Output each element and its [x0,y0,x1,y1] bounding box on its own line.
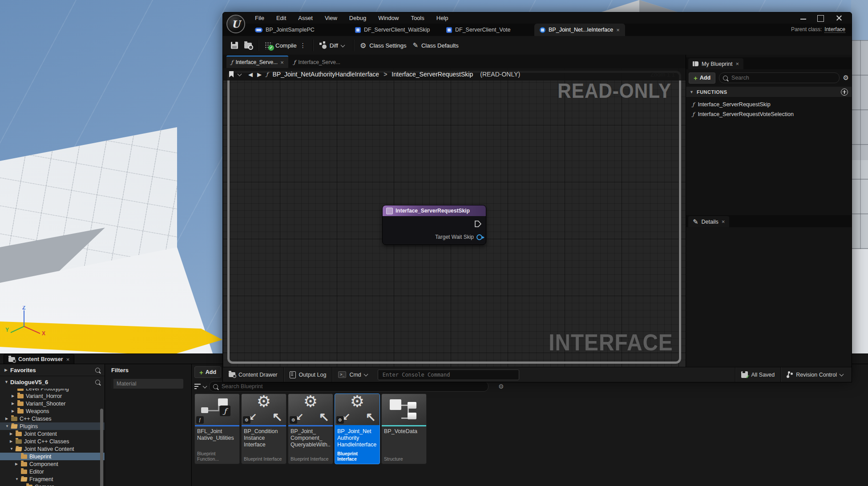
compile-options-icon[interactable]: ⋮ [300,42,307,49]
chevron-down-icon[interactable] [238,72,242,76]
tree-item[interactable]: ▼ Fragment [0,475,105,483]
add-member-button[interactable]: + Add [689,72,715,84]
asset-tab[interactable]: BP_JointSamplePC [250,24,320,36]
close-icon[interactable]: × [722,219,725,225]
filter-chip-material[interactable]: Material [111,379,183,389]
tree-item[interactable]: ▼ Joint Native Content [0,445,105,453]
tree-item-selected[interactable]: ▶ Blueprint [0,453,105,460]
blueprint-graph-canvas[interactable]: ◀ ▶ ƒ BP_Joint_NetAuthorityHandleInterfa… [223,68,686,367]
tree-item[interactable]: ▶ Camera [0,483,105,486]
object-pin-icon[interactable] [476,234,482,240]
favorites-row[interactable]: ▶ Favorites [0,364,105,376]
root-folder-row[interactable]: ▼ DialogueV5_6 [0,376,105,388]
console-command-input[interactable] [382,371,515,378]
expand-arrow-icon[interactable]: ▶ [5,417,11,421]
diff-button[interactable]: Diff [319,42,347,49]
tree-item[interactable]: ▶ Editor [0,468,105,475]
class-defaults-button[interactable]: ✎ Class Defaults [412,41,458,49]
expand-arrow-icon[interactable]: ▶ [10,432,16,436]
details-tab[interactable]: ✎ Details × [688,216,729,227]
class-settings-button[interactable]: ⚙ Class Settings [360,41,406,50]
all-saved-indicator[interactable]: ✓ All Saved [735,367,780,382]
expand-arrow-icon[interactable]: ▶ [10,439,16,443]
maximize-button[interactable] [817,15,824,22]
menu-help[interactable]: Help [436,15,448,21]
close-icon[interactable]: × [735,61,739,67]
expand-arrow-icon[interactable]: ▶ [15,462,21,466]
output-log-button[interactable]: Output Log [284,367,332,382]
menu-window[interactable]: Window [378,15,399,21]
collapse-arrow-icon[interactable]: ▼ [5,424,11,428]
menu-file[interactable]: File [255,15,264,21]
back-arrow-icon[interactable]: ◀ [248,71,253,78]
menu-debug[interactable]: Debug [349,15,366,21]
tree-item[interactable]: ▶ C++ Classes [0,415,105,422]
function-list-item[interactable]: ƒ Interface_ServerRequestVoteSelection [692,110,794,119]
revision-control-button[interactable]: Revision Control [781,367,852,382]
tree-item[interactable]: ▶ Variant_Shooter [0,400,105,407]
minimize-button[interactable] [800,15,806,20]
expand-arrow-icon[interactable]: ▶ [12,394,17,398]
expand-arrow-icon[interactable]: ▶ [4,368,10,372]
tree-item[interactable]: ▶ Level Prototyping [0,389,105,392]
menu-edit[interactable]: Edit [276,15,286,21]
exec-output-pin[interactable] [475,221,481,227]
compile-button[interactable]: ✓ Compile ⋮ [265,42,307,49]
filter-list-icon[interactable] [194,384,202,389]
functions-section-header[interactable]: ▼ FUNCTIONS [686,87,852,97]
console-command-field[interactable] [378,370,519,380]
collapse-arrow-icon[interactable]: ▼ [15,477,21,481]
asset-tab[interactable]: DF_ServerClient_WaitSkip [350,24,435,36]
view-settings-icon[interactable]: ⚙ [498,383,504,390]
tree-scrollbar[interactable] [100,409,103,486]
content-drawer-button[interactable]: Content Drawer [223,367,283,382]
menu-asset[interactable]: Asset [298,15,313,21]
chevron-down-icon[interactable] [203,384,207,388]
expand-arrow-icon[interactable]: ▶ [12,402,17,406]
tree-item[interactable]: ▶ Weapons [0,407,105,415]
tree-item[interactable]: ▶ Component [0,460,105,468]
graph-tab[interactable]: ƒ Interface_Serve... [289,56,345,68]
tree-item[interactable]: ▼ Plugins [0,422,105,430]
cmd-selector[interactable]: >_ Cmd [332,367,375,382]
save-icon[interactable] [231,42,238,49]
asset-tile[interactable]: ⚙ ↙ ↖ ⚙ BP_Condition Instance Interface … [241,394,287,464]
asset-tile[interactable]: ƒ ƒ BFL_Joint Native_Utilities Blueprint… [194,394,240,464]
my-blueprint-search-field[interactable] [719,72,839,83]
close-icon[interactable]: × [616,27,620,33]
search-icon[interactable] [95,368,100,373]
node-header[interactable]: Interface_ServerRequestSkip [383,205,486,216]
my-blueprint-tab[interactable]: My Blueprint × [688,58,743,69]
menu-view[interactable]: View [325,15,337,21]
my-blueprint-search-input[interactable] [731,74,835,81]
collapse-arrow-icon[interactable]: ▼ [4,380,10,384]
browse-asset-icon[interactable] [244,43,252,48]
add-asset-button[interactable]: + Add [194,366,221,378]
asset-tile-selected[interactable]: ⚙ ↙ ↖ ⚙ BP_Joint_Net Authority HandleInt… [335,394,380,464]
asset-tile[interactable]: BP_VoteData Structure [381,394,427,464]
content-browser-tab[interactable]: Content Browser × [4,354,74,364]
panel-settings-gear-icon[interactable]: ⚙ [843,74,849,82]
tree-item[interactable]: ▶ Joint C++ Classes [0,438,105,445]
collapse-arrow-icon[interactable]: ▼ [10,447,16,451]
tree-item[interactable]: ▶ Variant_Horror [0,392,105,400]
add-function-icon[interactable] [841,88,848,96]
asset-search-field[interactable] [209,381,489,392]
close-window-button[interactable] [836,15,842,21]
function-node[interactable]: Interface_ServerRequestSkip Target Wait … [382,205,486,245]
breadcrumb-root[interactable]: BP_Joint_NetAuthorityHandleInterface [272,71,379,78]
function-list-item[interactable]: ƒ Interface_ServerRequestSkip [692,100,771,109]
asset-tab-active[interactable]: BP_Joint_Net...leInterface × [534,24,625,36]
tree-item[interactable]: ▶ Joint Content [0,430,105,438]
close-icon[interactable]: × [280,60,284,65]
collapse-arrow-icon[interactable]: ▼ [690,90,694,94]
parent-class-link[interactable]: Interface [824,26,845,33]
asset-tab[interactable]: DF_ServerClient_Vote [441,24,516,36]
menu-tools[interactable]: Tools [411,15,424,21]
search-icon[interactable] [95,380,100,385]
asset-search-input[interactable] [221,383,484,390]
forward-arrow-icon[interactable]: ▶ [257,71,262,78]
expand-arrow-icon[interactable]: ▶ [12,409,17,413]
bookmark-icon[interactable] [229,71,234,77]
close-icon[interactable]: × [66,357,70,362]
